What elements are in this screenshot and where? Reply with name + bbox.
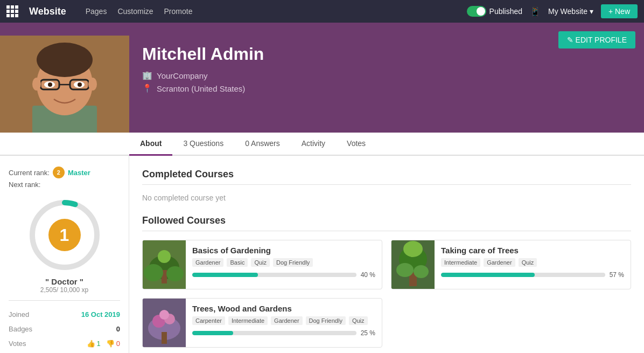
tag-gardener-1: Gardener	[192, 258, 223, 267]
tag-intermediate-2: Intermediate	[441, 258, 480, 267]
completed-courses-title: Completed Courses	[142, 169, 631, 180]
svg-point-23	[158, 250, 171, 263]
profile-location: 📍 Scranton (United States)	[142, 84, 618, 93]
tag-gardener-2: Gardener	[484, 258, 515, 267]
circle-inner: 1	[48, 219, 81, 251]
course-thumbnail-3	[143, 299, 186, 347]
badges-value: 0	[116, 325, 120, 333]
svg-point-28	[414, 265, 429, 278]
svg-point-27	[396, 263, 414, 277]
profile-tabs: About 3 Questions 0 Answers Activity Vot…	[0, 133, 644, 156]
course-card-3[interactable]: Trees, Wood and Gardens Carpenter Interm…	[142, 298, 382, 348]
current-rank-row: Current rank: 2 Master	[9, 167, 120, 178]
tag-quiz-3: Quiz	[349, 316, 368, 325]
course-img-1	[143, 240, 186, 289]
progress-fill-2	[441, 273, 535, 277]
vote-up: 👍 1	[87, 340, 101, 348]
xp-label: 2,505/ 10,000 xp	[40, 286, 88, 294]
published-toggle[interactable]	[467, 6, 486, 17]
tab-votes[interactable]: Votes	[336, 133, 376, 156]
svg-rect-35	[162, 332, 167, 344]
vote-up-value: 1	[97, 340, 101, 348]
tag-basic-1: Basic	[227, 258, 248, 267]
svg-point-4	[37, 43, 93, 77]
nav-links: Pages Customize Promote	[86, 7, 458, 16]
vote-down: 👎 0	[106, 340, 120, 348]
tag-dogfriendly-3: Dog Friendly	[306, 316, 346, 325]
nav-promote[interactable]: Promote	[164, 7, 193, 16]
tag-quiz-1: Quiz	[251, 258, 270, 267]
course-tags-1: Gardener Basic Quiz Dog Friendly	[192, 258, 375, 267]
mobile-preview-icon[interactable]: 📱	[530, 6, 541, 17]
course-thumbnail-2	[391, 240, 435, 289]
course-title-2: Taking care of Trees	[441, 246, 624, 255]
thumbs-down-icon: 👎	[106, 340, 115, 348]
tab-questions[interactable]: 3 Questions	[172, 133, 234, 156]
new-button[interactable]: + New	[601, 4, 638, 18]
content-area: Completed Courses No completed course ye…	[129, 156, 644, 353]
profile-company: 🏢 YourCompany	[142, 71, 618, 80]
completed-divider	[142, 184, 631, 185]
svg-point-22	[166, 266, 184, 281]
progress-fill-1	[192, 273, 258, 277]
joined-row: Joined 16 Oct 2019	[9, 307, 120, 322]
svg-point-12	[48, 82, 52, 87]
main-content: Current rank: 2 Master Next rank: 1 " Do…	[0, 156, 644, 353]
sidebar-divider-1	[9, 300, 120, 301]
course-tags-3: Carpenter Intermediate Gardener Dog Frie…	[192, 316, 375, 325]
svg-point-29	[403, 241, 423, 257]
course-details-2: Taking care of Trees Intermediate Garden…	[435, 240, 631, 289]
profile-header: Mitchell Admin 🏢 YourCompany 📍 Scranton …	[0, 23, 644, 133]
tag-gardener-3: Gardener	[271, 316, 302, 325]
progress-pct-2: 57 %	[610, 271, 624, 279]
progress-pct-3: 25 %	[361, 329, 375, 337]
vote-down-value: 0	[116, 340, 120, 348]
circle-number: 1	[48, 219, 81, 251]
nav-customize[interactable]: Customize	[117, 7, 153, 16]
followed-courses-title: Followed Courses	[142, 215, 631, 226]
followed-divider	[142, 231, 631, 231]
thumbs-up-icon: 👍	[87, 340, 95, 348]
badges-label: Badges	[9, 325, 32, 333]
right-controls: Published 📱 My Website ▾ + New	[467, 4, 638, 18]
published-toggle-wrap: Published	[467, 6, 523, 17]
tag-quiz-2: Quiz	[519, 258, 537, 267]
brand-name[interactable]: Website	[29, 6, 66, 17]
tag-intermediate-3: Intermediate	[228, 316, 268, 325]
tab-activity[interactable]: Activity	[291, 133, 336, 156]
rank-badge: 2	[53, 167, 65, 178]
course-title-1: Basics of Gardening	[192, 246, 375, 255]
no-completed-courses: No completed course yet	[142, 193, 631, 202]
chevron-down-icon: ▾	[590, 7, 593, 16]
tab-answers[interactable]: 0 Answers	[234, 133, 291, 156]
nav-pages[interactable]: Pages	[86, 7, 107, 16]
avatar-image	[0, 36, 129, 133]
building-icon: 🏢	[142, 71, 152, 80]
next-rank-row: Next rank:	[9, 181, 120, 189]
course-details-3: Trees, Wood and Gardens Carpenter Interm…	[186, 299, 382, 347]
svg-point-21	[144, 264, 163, 281]
progress-bar-3	[192, 331, 356, 335]
svg-point-14	[32, 78, 41, 91]
svg-point-15	[88, 78, 97, 91]
location-icon: 📍	[142, 84, 152, 93]
course-card-2[interactable]: Taking care of Trees Intermediate Garden…	[391, 240, 631, 289]
avatar-svg	[0, 36, 129, 133]
edit-profile-button[interactable]: ✎ EDIT PROFILE	[558, 31, 635, 49]
tab-about[interactable]: About	[129, 133, 172, 156]
progress-wrap-2: 57 %	[441, 271, 624, 279]
top-nav: Website Pages Customize Promote Publishe…	[0, 0, 644, 23]
current-rank-label: Current rank:	[9, 169, 50, 177]
course-img-3	[143, 299, 186, 347]
course-card-1[interactable]: Basics of Gardening Gardener Basic Quiz …	[142, 240, 382, 289]
progress-circle-wrap: 1 " Doctor " 2,505/ 10,000 xp	[9, 197, 120, 294]
course-tags-2: Intermediate Gardener Quiz	[441, 258, 624, 267]
my-website-button[interactable]: My Website ▾	[548, 7, 593, 16]
grid-icon[interactable]	[6, 5, 18, 17]
rank-section: Current rank: 2 Master Next rank:	[9, 167, 120, 189]
profile-name: Mitchell Admin	[142, 44, 618, 64]
doctor-label: " Doctor "	[45, 277, 83, 286]
profile-avatar	[0, 36, 129, 133]
votes-values: 👍 1 👎 0	[87, 340, 120, 348]
votes-label: Votes	[9, 340, 26, 348]
